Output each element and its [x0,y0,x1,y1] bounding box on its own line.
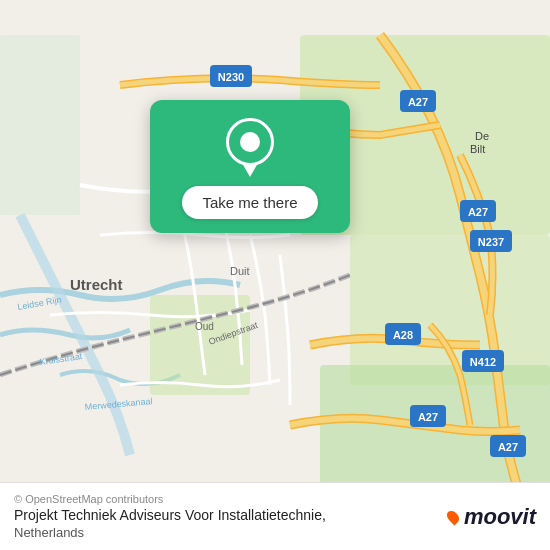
copyright-text: © OpenStreetMap contributors [14,493,326,505]
svg-text:Bilt: Bilt [470,143,485,155]
map-container: A27 A27 A27 A27 A28 N230 N237 N412 Utrec… [0,0,550,550]
svg-rect-3 [0,35,80,215]
svg-text:Utrecht: Utrecht [70,276,123,293]
bottom-bar: © OpenStreetMap contributors Projekt Tec… [0,482,550,550]
svg-text:A27: A27 [468,206,488,218]
svg-text:Duit: Duit [230,265,250,277]
map-svg: A27 A27 A27 A27 A28 N230 N237 N412 Utrec… [0,0,550,550]
moovit-dot-icon [444,508,461,525]
location-country: Netherlands [14,525,326,540]
svg-rect-1 [350,235,550,385]
svg-text:N237: N237 [478,236,504,248]
svg-text:Oud: Oud [195,321,214,332]
location-popup: Take me there [150,100,350,233]
moovit-logo: moovit [448,504,536,530]
svg-text:De: De [475,130,489,142]
svg-text:Kruisstraat: Kruisstraat [39,351,83,367]
take-me-there-button[interactable]: Take me there [182,186,317,219]
svg-text:A27: A27 [408,96,428,108]
svg-text:N230: N230 [218,71,244,83]
location-name: Projekt Techniek Adviseurs Voor Installa… [14,507,326,523]
moovit-brand-text: moovit [464,504,536,530]
svg-text:Leidse Rijn: Leidse Rijn [17,294,63,312]
svg-text:N412: N412 [470,356,496,368]
map-pin [226,118,274,166]
svg-text:A27: A27 [498,441,518,453]
svg-text:A28: A28 [393,329,413,341]
svg-text:A27: A27 [418,411,438,423]
pin-inner [240,132,260,152]
location-info: © OpenStreetMap contributors Projekt Tec… [14,493,326,540]
